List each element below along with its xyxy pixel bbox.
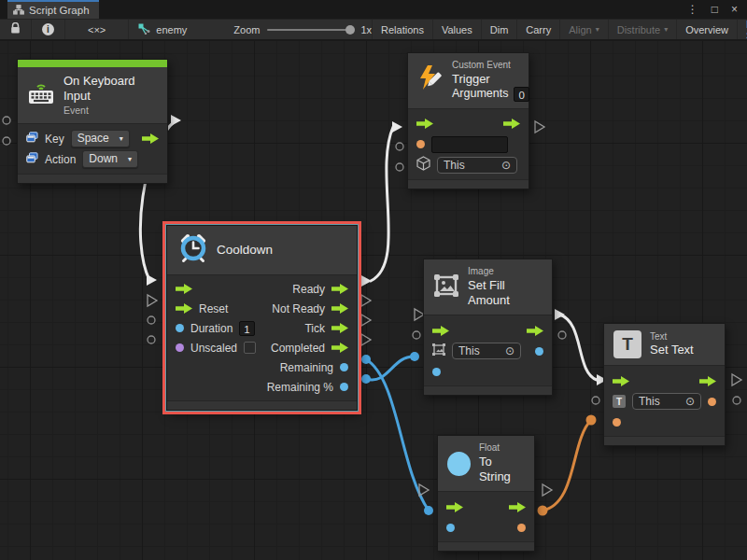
float-input-port[interactable] bbox=[446, 524, 455, 532]
graph-breadcrumb[interactable]: enemy bbox=[129, 23, 196, 36]
flow-output-port[interactable] bbox=[331, 284, 348, 294]
target-dropdown[interactable]: This⊙ bbox=[437, 157, 517, 174]
flow-input-port-reset[interactable] bbox=[176, 303, 192, 314]
flow-row bbox=[408, 114, 529, 134]
zoom-control: Zoom 1x bbox=[233, 24, 372, 35]
event-name-field[interactable] bbox=[431, 136, 508, 153]
target-value: This bbox=[444, 159, 465, 172]
flow-output-port[interactable] bbox=[331, 323, 348, 333]
lock-icon bbox=[10, 22, 21, 36]
flow-output-port[interactable] bbox=[331, 343, 348, 353]
enum-icon bbox=[26, 132, 38, 146]
wire-image-to-settext[interactable] bbox=[559, 315, 597, 380]
values-button[interactable]: Values bbox=[433, 20, 482, 39]
action-dropdown[interactable]: Down▾ bbox=[82, 150, 138, 168]
object-picker-icon[interactable]: ⊙ bbox=[505, 344, 514, 357]
flow-output-port[interactable] bbox=[142, 133, 159, 144]
row-ready: Ready bbox=[167, 279, 357, 299]
carry-button[interactable]: Carry bbox=[517, 20, 560, 39]
row-remaining-pct: Remaining % bbox=[167, 377, 357, 397]
node-custom-event-trigger[interactable]: Custom Event Trigger Arguments 0 bbox=[407, 52, 529, 189]
flow-input-port[interactable] bbox=[432, 326, 449, 336]
string-input-port[interactable] bbox=[613, 418, 621, 427]
object-picker-icon[interactable]: ⊙ bbox=[501, 159, 511, 172]
flow-output-port[interactable] bbox=[509, 502, 526, 512]
wire-cooldown-ready-to-customevent[interactable] bbox=[371, 127, 393, 281]
image-icon bbox=[433, 273, 459, 301]
port-row-name bbox=[408, 134, 529, 155]
target-dropdown[interactable]: This⊙ bbox=[452, 343, 521, 359]
string-output-port[interactable] bbox=[708, 398, 716, 406]
full-screen-button[interactable]: Full Screen bbox=[738, 20, 747, 39]
bool-port-unscaled[interactable] bbox=[176, 343, 184, 352]
node-header: Custom Event Trigger Arguments 0 bbox=[408, 53, 529, 109]
relations-button[interactable]: Relations bbox=[373, 20, 433, 39]
string-output-port[interactable] bbox=[517, 524, 526, 532]
flow-output-port[interactable] bbox=[503, 119, 520, 129]
toolbar-middle: enemy Zoom 1x bbox=[129, 20, 373, 39]
tab-bar: Script Graph ⋮ □ × bbox=[0, 0, 747, 19]
node-header: On Keyboard Input Event bbox=[18, 67, 167, 124]
target-dropdown[interactable]: This⊙ bbox=[632, 393, 701, 410]
graph-icon bbox=[13, 5, 24, 17]
carry-label: Carry bbox=[526, 24, 551, 35]
port-row-target: This⊙ bbox=[408, 155, 529, 175]
dim-button[interactable]: Dim bbox=[482, 20, 518, 39]
node-footer bbox=[604, 436, 725, 445]
port-row-target: This⊙ bbox=[424, 341, 552, 361]
flow-input-port[interactable] bbox=[176, 284, 192, 294]
image-small-icon bbox=[432, 343, 445, 358]
float-input-port[interactable] bbox=[432, 368, 441, 376]
cooldown-clock-icon bbox=[178, 233, 208, 267]
chevron-down-icon: ▾ bbox=[664, 25, 668, 34]
port-label-remaining: Remaining bbox=[280, 361, 333, 374]
string-port[interactable] bbox=[416, 140, 425, 148]
node-category: Float bbox=[479, 442, 525, 455]
arguments-field[interactable]: 0 bbox=[514, 87, 529, 102]
node-cooldown[interactable]: Cooldown Ready Reset Not Ready Duration … bbox=[166, 225, 358, 411]
flow-input-port[interactable] bbox=[446, 502, 463, 512]
target-value: This bbox=[458, 344, 480, 357]
zoom-slider[interactable] bbox=[267, 29, 353, 31]
window-controls: ⋮ □ × bbox=[687, 0, 747, 19]
overview-button[interactable]: Overview bbox=[677, 20, 738, 39]
port-row-text-value bbox=[604, 412, 725, 432]
zoom-slider-handle[interactable] bbox=[345, 25, 355, 35]
flow-output-port[interactable] bbox=[331, 303, 348, 314]
node-subtitle: Event bbox=[63, 105, 158, 117]
node-on-keyboard-input[interactable]: On Keyboard Input Event Key Space▾ Actio… bbox=[17, 59, 168, 184]
float-port-remaining-pct[interactable] bbox=[340, 383, 348, 391]
float-output-port[interactable] bbox=[535, 347, 543, 356]
key-value: Space bbox=[78, 132, 109, 145]
wire-remaining-pct-to-image[interactable] bbox=[366, 357, 415, 380]
relations-label: Relations bbox=[381, 24, 424, 35]
float-port-remaining[interactable] bbox=[340, 363, 348, 371]
node-footer bbox=[438, 541, 534, 551]
cube-icon bbox=[416, 156, 430, 174]
node-float-to-string[interactable]: Float To String bbox=[437, 435, 535, 552]
lock-button[interactable] bbox=[0, 20, 32, 39]
code-view-button[interactable]: <×> bbox=[65, 20, 129, 39]
flow-input-port[interactable] bbox=[613, 376, 629, 386]
port-row-value bbox=[438, 517, 534, 538]
menu-icon[interactable]: ⋮ bbox=[687, 3, 698, 16]
flow-output-port[interactable] bbox=[527, 326, 543, 336]
tab-script-graph[interactable]: Script Graph bbox=[7, 0, 99, 19]
wire-tostring-to-settext[interactable] bbox=[543, 420, 591, 511]
key-dropdown[interactable]: Space▾ bbox=[71, 130, 130, 147]
duration-field[interactable]: 1 bbox=[239, 321, 254, 336]
node-text-set-text[interactable]: T Text Set Text T This⊙ bbox=[603, 323, 726, 446]
maximize-icon[interactable]: □ bbox=[712, 3, 718, 16]
script-graph-window: Script Graph ⋮ □ × i <×> enemy bbox=[0, 0, 747, 560]
node-image-set-fill-amount[interactable]: Image Set Fill Amount This⊙ bbox=[423, 259, 553, 396]
object-picker-icon[interactable]: ⊙ bbox=[685, 395, 695, 408]
node-footer bbox=[18, 174, 167, 183]
flow-output-port[interactable] bbox=[699, 376, 716, 386]
float-port-duration[interactable] bbox=[176, 324, 184, 332]
graph-canvas[interactable]: On Keyboard Input Event Key Space▾ Actio… bbox=[0, 41, 747, 560]
info-button[interactable]: i bbox=[32, 20, 65, 39]
unscaled-checkbox[interactable] bbox=[244, 342, 256, 354]
flow-input-port[interactable] bbox=[416, 119, 433, 129]
port-label-key: Key bbox=[45, 133, 64, 146]
close-icon[interactable]: × bbox=[731, 3, 738, 16]
